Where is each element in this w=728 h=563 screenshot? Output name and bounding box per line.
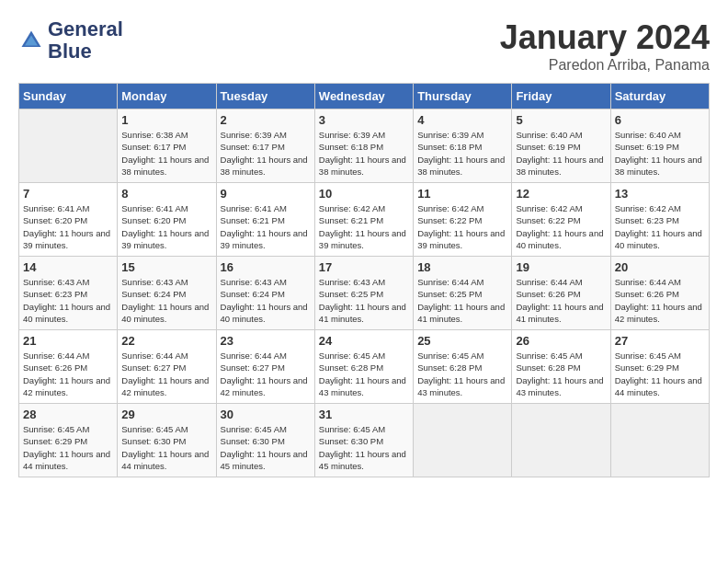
day-number: 11 bbox=[417, 187, 507, 201]
day-cell: 25Sunrise: 6:45 AMSunset: 6:28 PMDayligh… bbox=[414, 330, 512, 404]
day-cell bbox=[19, 109, 118, 183]
logo-icon bbox=[18, 28, 44, 53]
day-cell: 2Sunrise: 6:39 AMSunset: 6:17 PMDaylight… bbox=[216, 109, 314, 183]
day-cell: 18Sunrise: 6:44 AMSunset: 6:25 PMDayligh… bbox=[414, 257, 512, 330]
day-number: 31 bbox=[319, 408, 409, 421]
day-info: Sunrise: 6:44 AMSunset: 6:27 PMDaylight:… bbox=[121, 350, 211, 398]
day-number: 21 bbox=[23, 334, 113, 348]
day-header-sunday: Sunday bbox=[19, 84, 118, 109]
day-info: Sunrise: 6:45 AMSunset: 6:28 PMDaylight:… bbox=[516, 350, 606, 398]
day-number: 17 bbox=[319, 260, 409, 274]
day-number: 14 bbox=[23, 260, 113, 274]
day-number: 29 bbox=[121, 408, 211, 421]
day-cell: 31Sunrise: 6:45 AMSunset: 6:30 PMDayligh… bbox=[314, 404, 413, 477]
day-number: 12 bbox=[516, 187, 606, 201]
day-header-monday: Monday bbox=[118, 84, 216, 109]
day-number: 1 bbox=[121, 113, 211, 127]
day-cell: 28Sunrise: 6:45 AMSunset: 6:29 PMDayligh… bbox=[19, 404, 118, 477]
header-row: SundayMondayTuesdayWednesdayThursdayFrid… bbox=[19, 84, 710, 109]
day-number: 5 bbox=[516, 113, 606, 127]
day-info: Sunrise: 6:45 AMSunset: 6:30 PMDaylight:… bbox=[319, 423, 409, 472]
day-number: 3 bbox=[319, 113, 409, 127]
day-number: 16 bbox=[221, 260, 311, 274]
day-info: Sunrise: 6:43 AMSunset: 6:25 PMDaylight:… bbox=[319, 276, 409, 325]
day-info: Sunrise: 6:40 AMSunset: 6:19 PMDaylight:… bbox=[516, 129, 606, 178]
day-number: 9 bbox=[221, 187, 311, 201]
day-number: 13 bbox=[615, 187, 705, 201]
day-cell: 26Sunrise: 6:45 AMSunset: 6:28 PMDayligh… bbox=[512, 330, 610, 404]
day-cell: 15Sunrise: 6:43 AMSunset: 6:24 PMDayligh… bbox=[118, 257, 216, 330]
day-info: Sunrise: 6:39 AMSunset: 6:18 PMDaylight:… bbox=[319, 129, 409, 178]
day-info: Sunrise: 6:43 AMSunset: 6:24 PMDaylight:… bbox=[221, 276, 311, 325]
day-number: 25 bbox=[417, 334, 507, 348]
day-cell: 12Sunrise: 6:42 AMSunset: 6:22 PMDayligh… bbox=[512, 183, 610, 257]
day-info: Sunrise: 6:44 AMSunset: 6:25 PMDaylight:… bbox=[417, 276, 507, 325]
day-cell: 24Sunrise: 6:45 AMSunset: 6:28 PMDayligh… bbox=[314, 330, 413, 404]
day-cell: 19Sunrise: 6:44 AMSunset: 6:26 PMDayligh… bbox=[512, 257, 610, 330]
day-cell: 7Sunrise: 6:41 AMSunset: 6:20 PMDaylight… bbox=[19, 183, 118, 257]
day-info: Sunrise: 6:42 AMSunset: 6:21 PMDaylight:… bbox=[319, 202, 409, 251]
day-header-friday: Friday bbox=[512, 84, 610, 109]
day-info: Sunrise: 6:40 AMSunset: 6:19 PMDaylight:… bbox=[615, 129, 705, 178]
day-number: 20 bbox=[615, 260, 705, 274]
day-cell: 4Sunrise: 6:39 AMSunset: 6:18 PMDaylight… bbox=[414, 109, 512, 183]
day-cell: 17Sunrise: 6:43 AMSunset: 6:25 PMDayligh… bbox=[314, 257, 413, 330]
day-info: Sunrise: 6:45 AMSunset: 6:30 PMDaylight:… bbox=[221, 423, 311, 472]
day-number: 4 bbox=[417, 113, 507, 127]
day-header-saturday: Saturday bbox=[610, 84, 709, 109]
day-cell: 9Sunrise: 6:41 AMSunset: 6:21 PMDaylight… bbox=[216, 183, 314, 257]
day-number: 23 bbox=[221, 334, 311, 348]
week-row: 14Sunrise: 6:43 AMSunset: 6:23 PMDayligh… bbox=[19, 257, 710, 330]
day-cell: 11Sunrise: 6:42 AMSunset: 6:22 PMDayligh… bbox=[414, 183, 512, 257]
day-info: Sunrise: 6:42 AMSunset: 6:22 PMDaylight:… bbox=[516, 202, 606, 251]
day-number: 30 bbox=[221, 408, 311, 421]
day-cell: 13Sunrise: 6:42 AMSunset: 6:23 PMDayligh… bbox=[610, 183, 709, 257]
day-header-thursday: Thursday bbox=[414, 84, 512, 109]
day-info: Sunrise: 6:39 AMSunset: 6:17 PMDaylight:… bbox=[221, 129, 311, 178]
calendar-table: SundayMondayTuesdayWednesdayThursdayFrid… bbox=[18, 83, 710, 477]
day-cell: 5Sunrise: 6:40 AMSunset: 6:19 PMDaylight… bbox=[512, 109, 610, 183]
day-info: Sunrise: 6:41 AMSunset: 6:20 PMDaylight:… bbox=[23, 202, 113, 251]
day-info: Sunrise: 6:45 AMSunset: 6:29 PMDaylight:… bbox=[23, 423, 113, 472]
day-info: Sunrise: 6:43 AMSunset: 6:23 PMDaylight:… bbox=[23, 276, 113, 325]
day-cell: 20Sunrise: 6:44 AMSunset: 6:26 PMDayligh… bbox=[610, 257, 709, 330]
day-cell bbox=[512, 404, 610, 477]
day-number: 24 bbox=[319, 334, 409, 348]
day-cell: 3Sunrise: 6:39 AMSunset: 6:18 PMDaylight… bbox=[314, 109, 413, 183]
day-cell bbox=[610, 404, 709, 477]
week-row: 21Sunrise: 6:44 AMSunset: 6:26 PMDayligh… bbox=[19, 330, 710, 404]
day-number: 18 bbox=[417, 260, 507, 274]
day-number: 15 bbox=[121, 260, 211, 274]
day-info: Sunrise: 6:38 AMSunset: 6:17 PMDaylight:… bbox=[121, 129, 211, 178]
day-cell: 22Sunrise: 6:44 AMSunset: 6:27 PMDayligh… bbox=[118, 330, 216, 404]
day-header-tuesday: Tuesday bbox=[216, 84, 314, 109]
day-number: 27 bbox=[615, 334, 705, 348]
day-cell: 27Sunrise: 6:45 AMSunset: 6:29 PMDayligh… bbox=[610, 330, 709, 404]
logo-text: General Blue bbox=[48, 18, 123, 63]
day-info: Sunrise: 6:45 AMSunset: 6:28 PMDaylight:… bbox=[417, 350, 507, 398]
day-cell: 8Sunrise: 6:41 AMSunset: 6:20 PMDaylight… bbox=[118, 183, 216, 257]
day-cell bbox=[414, 404, 512, 477]
day-number: 7 bbox=[23, 187, 113, 201]
day-number: 26 bbox=[516, 334, 606, 348]
day-info: Sunrise: 6:42 AMSunset: 6:22 PMDaylight:… bbox=[417, 202, 507, 251]
page-header: General Blue January 2024 Paredon Arriba… bbox=[18, 18, 710, 74]
week-row: 1Sunrise: 6:38 AMSunset: 6:17 PMDaylight… bbox=[19, 109, 710, 183]
day-info: Sunrise: 6:44 AMSunset: 6:26 PMDaylight:… bbox=[615, 276, 705, 325]
day-info: Sunrise: 6:45 AMSunset: 6:28 PMDaylight:… bbox=[319, 350, 409, 398]
title-block: January 2024 Paredon Arriba, Panama bbox=[500, 18, 710, 74]
day-number: 22 bbox=[121, 334, 211, 348]
logo: General Blue bbox=[18, 18, 123, 63]
day-header-wednesday: Wednesday bbox=[314, 84, 413, 109]
day-cell: 21Sunrise: 6:44 AMSunset: 6:26 PMDayligh… bbox=[19, 330, 118, 404]
month-title: January 2024 bbox=[500, 18, 710, 57]
day-number: 8 bbox=[121, 187, 211, 201]
day-cell: 16Sunrise: 6:43 AMSunset: 6:24 PMDayligh… bbox=[216, 257, 314, 330]
day-cell: 10Sunrise: 6:42 AMSunset: 6:21 PMDayligh… bbox=[314, 183, 413, 257]
week-row: 28Sunrise: 6:45 AMSunset: 6:29 PMDayligh… bbox=[19, 404, 710, 477]
day-info: Sunrise: 6:44 AMSunset: 6:26 PMDaylight:… bbox=[23, 350, 113, 398]
day-info: Sunrise: 6:39 AMSunset: 6:18 PMDaylight:… bbox=[417, 129, 507, 178]
day-cell: 30Sunrise: 6:45 AMSunset: 6:30 PMDayligh… bbox=[216, 404, 314, 477]
day-number: 2 bbox=[221, 113, 311, 127]
day-info: Sunrise: 6:42 AMSunset: 6:23 PMDaylight:… bbox=[615, 202, 705, 251]
